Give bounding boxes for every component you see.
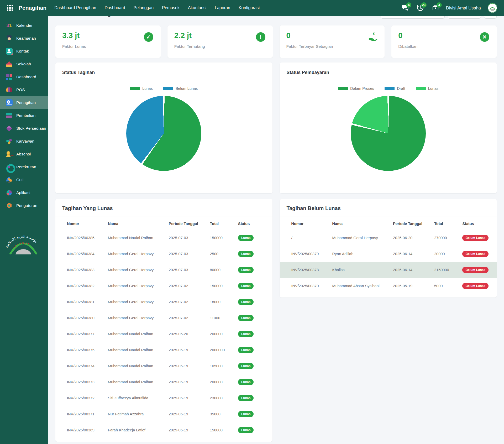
cell-nama: Muhammad Geral Herpavy <box>105 246 166 262</box>
sidebar-item-penagihan[interactable]: Penagihan <box>0 96 48 109</box>
table-row[interactable]: INV/2025/00371Nur Fatimah Azzahra2025-05… <box>55 406 272 422</box>
table-row[interactable]: INV/2025/00384Muhammad Geral Herpavy2025… <box>55 246 272 262</box>
sidebar-item-perekrutan[interactable]: Perekrutan <box>0 160 48 173</box>
avatar[interactable] <box>488 3 497 13</box>
table-row[interactable]: INV/2025/00383Muhammad Geral Herpavy2025… <box>55 262 272 278</box>
sidebar-item-aplikasi[interactable]: Aplikasi <box>0 186 48 199</box>
security-guard-icon <box>6 35 13 42</box>
table-row[interactable]: INV/2025/00375Muhammad Naufal Raihan2025… <box>55 342 272 358</box>
status-badge: Lunas <box>238 395 254 401</box>
charts-row: Status TagihanLunasBelum LunasStatus Pem… <box>55 62 497 193</box>
table-row[interactable]: INV/2025/00379Ryan Adillah2025-06-142000… <box>280 246 497 262</box>
sidebar-item-cuti[interactable]: Cuti <box>0 173 48 186</box>
user-name[interactable]: Divisi Amal Usaha <box>446 6 481 11</box>
cell-total: 20000 <box>432 246 460 262</box>
leave-umbrella-icon <box>6 176 13 183</box>
legend-label: Draft <box>397 86 405 91</box>
menu-item-dashboard[interactable]: Dashboard <box>104 6 125 10</box>
sidebar-item-sekolah[interactable]: Sekolah <box>0 58 48 70</box>
stat-label: Faktur Lunas <box>62 44 154 49</box>
cell-periode: 2025-07-02 <box>166 278 207 294</box>
cell-nomor: INV/2025/00383 <box>55 262 105 278</box>
legend-swatch <box>130 87 140 90</box>
logo-arabic-text: مؤسسة التربية الاسلامية <box>4 234 38 248</box>
table-card-tagihan-yang-lunas: Tagihan Yang LunasNomorNamaPeriode Tangg… <box>55 199 272 442</box>
chat-icon[interactable]: 4 <box>401 4 409 12</box>
table-row[interactable]: INV/2025/00378Khalisa2025-06-142150000Be… <box>280 262 497 278</box>
cell-periode: 2025-05-19 <box>166 422 207 438</box>
menu-item-dashboard-penagihan[interactable]: Dashboard Penagihan <box>54 6 96 10</box>
table-row[interactable]: INV/2025/00372Siti Zuffaezya Allmuflida2… <box>55 390 272 406</box>
cell-nomor: INV/2025/00385 <box>55 230 105 246</box>
legend-swatch <box>385 87 395 90</box>
sidebar-item-karyawan[interactable]: Karyawan <box>0 135 48 148</box>
menu-item-pemasok[interactable]: Pemasok <box>162 6 180 10</box>
column-header-status: Status <box>460 217 497 230</box>
cell-total: 2000000 <box>207 342 235 358</box>
sidebar-item-kalender[interactable]: Kalender <box>0 19 48 32</box>
sidebar-item-kontak[interactable]: Kontak <box>0 45 48 58</box>
status-badge: Lunas <box>238 331 254 337</box>
table-row[interactable]: /Muhammad Geral Herpavy2025-06-20270000B… <box>280 230 497 246</box>
table-row[interactable]: INV/2025/00382Muhammad Geral Herpavy2025… <box>55 278 272 294</box>
cell-nama: Ryan Adillah <box>330 246 390 262</box>
cell-periode: 2025-07-03 <box>166 246 207 262</box>
cell-periode: 2025-07-02 <box>166 310 207 326</box>
sidebar-item-pengaturan[interactable]: Pengaturan <box>0 199 48 212</box>
sidebar-nav: KalenderKeamananKontakSekolahDashboardPO… <box>0 19 48 212</box>
cell-nama: Nur Fatimah Azzahra <box>105 406 166 422</box>
table-row[interactable]: INV/2025/00380Muhammad Geral Herpavy2025… <box>55 310 272 326</box>
payment-icon[interactable]: 4 <box>432 4 439 12</box>
table-row[interactable]: INV/2025/00385Muhammad Naufal Raihan2025… <box>55 230 272 246</box>
menu-item-pelanggan[interactable]: Pelanggan <box>134 6 154 10</box>
stat-card-faktur-terhutang: 2.2 jtFaktur Terhutang! <box>167 25 273 58</box>
sidebar-item-label: Kontak <box>16 49 29 54</box>
legend-item-draft[interactable]: Draft <box>385 86 405 91</box>
cell-nama: Muhammad Naufal Raihan <box>105 326 166 342</box>
chart-card-status-tagihan: Status TagihanLunasBelum Lunas <box>55 62 272 193</box>
legend-item-belum-lunas[interactable]: Belum Lunas <box>163 86 198 91</box>
table-row[interactable]: INV/2025/00373Muhammad Naufal Raihan2025… <box>55 374 272 390</box>
purchase-icon <box>6 112 13 119</box>
column-header-total: Total <box>432 217 460 230</box>
table-row[interactable]: INV/2025/00369Farah Khadeeja Latief2025-… <box>55 422 272 438</box>
sidebar-item-keamanan[interactable]: Keamanan <box>0 32 48 45</box>
cell-total: 150000 <box>207 230 235 246</box>
sidebar-item-dashboard[interactable]: Dashboard <box>0 70 48 83</box>
history-clock-icon[interactable]: 23 <box>417 4 424 12</box>
status-badge: Lunas <box>238 235 254 241</box>
table-row[interactable]: INV/2025/00374Muhammad Naufal Raihan2025… <box>55 358 272 374</box>
cell-periode: 2025-05-20 <box>166 326 207 342</box>
table-row[interactable]: INV/2025/00381Muhammad Geral Herpavy2025… <box>55 294 272 310</box>
legend-item-dalam-proses[interactable]: Dalam Proses <box>338 86 374 91</box>
menu-item-akuntansi[interactable]: Akuntansi <box>188 6 206 10</box>
legend-item-lunas[interactable]: Lunas <box>130 86 153 91</box>
recruitment-icon <box>6 164 13 170</box>
legend-swatch <box>163 87 173 90</box>
sidebar-item-pos[interactable]: POS <box>0 83 48 96</box>
table-row[interactable]: INV/2025/00377Muhammad Naufal Raihan2025… <box>55 326 272 342</box>
sidebar-item-absensi[interactable]: Absensi <box>0 148 48 160</box>
menu-item-konfigurasi[interactable]: Konfigurasi <box>239 6 260 10</box>
navbar-right: 4234 Divisi Amal Usaha <box>401 3 497 13</box>
table-row[interactable]: INV/2025/00370Muhammad Ahsan Sya'bani202… <box>280 278 497 294</box>
status-badge: Lunas <box>238 363 254 369</box>
menu-item-laporan[interactable]: Laporan <box>215 6 230 10</box>
dashboard-icon <box>6 74 13 80</box>
invoice-table: NomorNamaPeriode TanggalTotalStatusINV/2… <box>55 217 272 438</box>
cell-total: 270000 <box>432 230 460 246</box>
sidebar-item-pembelian[interactable]: Pembelian <box>0 109 48 122</box>
sidebar-item-stok-persediaan[interactable]: Stok Persediaan <box>0 122 48 135</box>
cell-total: 11000 <box>207 310 235 326</box>
notification-badge: 23 <box>421 2 427 8</box>
hand-dollar-icon: $ <box>367 32 378 42</box>
legend-item-lunas[interactable]: Lunas <box>416 86 439 91</box>
sidebar-item-label: Penagihan <box>16 100 36 105</box>
status-badge: Lunas <box>238 251 254 257</box>
status-badge: Belum Lunas <box>462 267 488 273</box>
notification-icons: 4234 <box>401 4 439 12</box>
app-grid-icon[interactable] <box>7 5 13 11</box>
sidebar-item-label: Stok Persediaan <box>16 126 46 131</box>
cell-nama: Muhammad Naufal Raihan <box>105 358 166 374</box>
chart-legend: LunasBelum Lunas <box>62 86 266 91</box>
